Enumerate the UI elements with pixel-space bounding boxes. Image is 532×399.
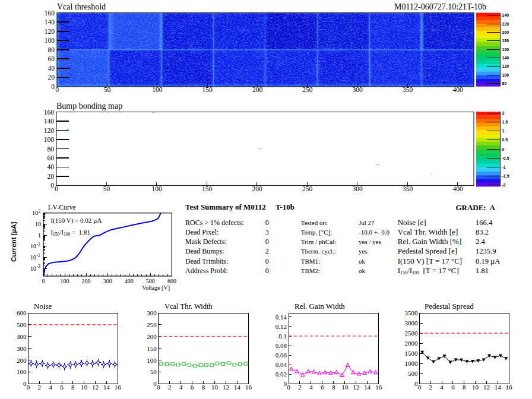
svg-text:Tested on:: Tested on: [301, 219, 328, 226]
svg-text:Dead Pixel:: Dead Pixel: [185, 228, 218, 236]
svg-text:50: 50 [103, 185, 110, 192]
svg-text:4: 4 [49, 384, 52, 391]
svg-text:-2: -2 [37, 253, 40, 258]
svg-text:0: 0 [502, 147, 505, 151]
svg-text:150: 150 [147, 345, 157, 352]
svg-text:2: 2 [168, 384, 172, 391]
svg-text:ok: ok [359, 267, 366, 274]
svg-text:10: 10 [32, 210, 38, 216]
svg-text:2: 2 [38, 384, 42, 391]
svg-text:3000: 3000 [405, 319, 419, 327]
svg-text:300: 300 [147, 309, 157, 316]
svg-text:1000: 1000 [405, 360, 419, 367]
svg-text:0: 0 [265, 257, 269, 265]
svg-text:120: 120 [502, 64, 509, 68]
svg-text:200: 200 [252, 86, 263, 93]
svg-text:0: 0 [55, 86, 59, 93]
svg-text:Noise: Noise [34, 302, 52, 311]
svg-text:250: 250 [302, 86, 313, 93]
svg-text:Rel. Gain Width [%]: Rel. Gain Width [%] [398, 237, 462, 246]
svg-text:20: 20 [48, 74, 55, 81]
svg-text:0: 0 [51, 83, 55, 90]
svg-text:-1: -1 [37, 242, 40, 247]
svg-text:Jul 27: Jul 27 [359, 219, 375, 226]
svg-text:12: 12 [483, 384, 490, 391]
svg-text:-1.5: -1.5 [502, 174, 509, 178]
svg-text:500: 500 [146, 278, 155, 284]
svg-text:16: 16 [115, 384, 122, 391]
svg-text:M0112-060727.10:21T-10b: M0112-060727.10:21T-10b [394, 2, 486, 11]
svg-text:160: 160 [44, 109, 55, 116]
svg-text:1: 1 [502, 129, 505, 133]
svg-text:I-V-Curve: I-V-Curve [48, 204, 76, 211]
svg-text:8: 8 [332, 384, 335, 391]
svg-text:yes / yes: yes / yes [359, 238, 381, 245]
svg-text:220: 220 [502, 22, 509, 26]
svg-text:40: 40 [48, 163, 55, 170]
svg-text:83.2: 83.2 [476, 228, 489, 236]
svg-text:100: 100 [147, 357, 157, 364]
svg-text:0.1: 0.1 [278, 332, 287, 340]
svg-text:500: 500 [408, 370, 418, 377]
svg-text:0: 0 [287, 384, 290, 391]
svg-text:100: 100 [502, 73, 509, 77]
svg-text:GRADE: A: GRADE: A [455, 203, 495, 212]
svg-text:Pedestal Spread: Pedestal Spread [425, 302, 474, 311]
svg-text:10: 10 [472, 384, 479, 391]
svg-text:180: 180 [502, 39, 509, 43]
svg-text:Current [µA]: Current [µA] [10, 222, 17, 262]
svg-text:10: 10 [30, 254, 36, 261]
svg-text:Vcal threshold: Vcal threshold [57, 2, 106, 11]
svg-text:0: 0 [27, 384, 30, 391]
svg-text:200: 200 [82, 278, 91, 284]
svg-text:0: 0 [265, 218, 269, 227]
svg-text:400: 400 [125, 278, 134, 284]
svg-text:14: 14 [495, 384, 502, 391]
svg-text:200: 200 [147, 333, 157, 340]
svg-text:240: 240 [502, 13, 509, 17]
svg-text:ok: ok [359, 258, 366, 265]
svg-text:TBM2:: TBM2: [301, 267, 320, 274]
svg-text:-2: -2 [502, 183, 506, 187]
svg-text:2: 2 [429, 384, 433, 391]
svg-text:I(150 V) = 0.02 µA: I(150 V) = 0.02 µA [50, 217, 102, 224]
svg-text:Voltage [V]: Voltage [V] [142, 284, 170, 291]
svg-text:-0.5: -0.5 [502, 156, 509, 160]
svg-text:350: 350 [403, 185, 413, 192]
svg-text:Rel. Gain Width: Rel. Gain Width [294, 302, 345, 311]
svg-text:14: 14 [103, 384, 110, 391]
svg-text:12: 12 [92, 384, 99, 391]
svg-text:400: 400 [17, 333, 27, 340]
svg-text:Dead Trimbits:: Dead Trimbits: [185, 257, 228, 265]
svg-text:6: 6 [451, 384, 455, 391]
svg-text:Dead Bumps:: Dead Bumps: [185, 247, 224, 255]
svg-text:1500: 1500 [405, 350, 419, 357]
svg-text:300: 300 [353, 86, 363, 93]
svg-text:10: 10 [30, 265, 36, 272]
svg-text:0.04: 0.04 [276, 361, 287, 368]
svg-text:Therm. cycl.:: Therm. cycl.: [301, 248, 336, 255]
svg-text:0: 0 [55, 185, 58, 192]
svg-text:100: 100 [151, 185, 162, 192]
svg-text:0.14: 0.14 [276, 314, 287, 321]
svg-text:8: 8 [71, 384, 75, 391]
svg-text:0.5: 0.5 [502, 138, 508, 142]
svg-text:Test Summary of M0112: Test Summary of M0112 [185, 202, 266, 211]
svg-text:40: 40 [48, 65, 55, 72]
svg-text:0.12: 0.12 [276, 323, 287, 330]
svg-text:250: 250 [147, 321, 157, 328]
svg-text:100: 100 [45, 37, 55, 44]
svg-text:0: 0 [418, 384, 422, 391]
svg-text:Address Probl:: Address Probl: [185, 267, 228, 275]
svg-text:2.4: 2.4 [476, 238, 485, 246]
svg-text:12: 12 [353, 384, 359, 391]
svg-text:100: 100 [61, 278, 69, 284]
svg-text:16: 16 [375, 384, 382, 391]
svg-text:100: 100 [152, 86, 163, 93]
svg-text:140: 140 [45, 18, 55, 26]
svg-text:400: 400 [452, 86, 463, 93]
svg-text:80: 80 [502, 81, 507, 86]
svg-text:6: 6 [191, 384, 194, 391]
svg-text:Mask Defects:: Mask Defects: [185, 238, 227, 246]
svg-text:166.4: 166.4 [476, 218, 493, 227]
